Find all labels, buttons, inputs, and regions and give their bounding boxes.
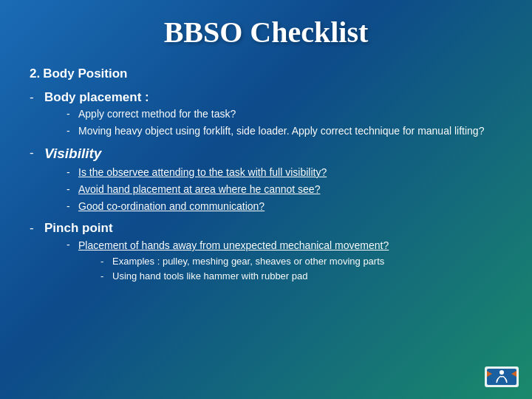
pinch-sub-subitems: - Examples : pulley, meshing gear, sheav…: [100, 254, 389, 284]
vis-sub1-bullet: -: [66, 165, 78, 180]
pinch-subsub-1: - Examples : pulley, meshing gear, sheav…: [100, 254, 389, 269]
vis-sub3-bullet: -: [66, 199, 78, 214]
sub2-text: Moving heavy object using forklift, side…: [78, 123, 484, 139]
section-2-label: Body Position: [43, 64, 127, 83]
pinch-subsub-2: - Using hand tools like hammer with rubb…: [100, 269, 389, 284]
sub2-bullet: -: [66, 123, 78, 139]
psub1-text: Examples : pulley, meshing gear, sheaves…: [112, 254, 384, 269]
body-placement-label: Body placement :: [44, 90, 149, 104]
pinch-point-item: - Pinch point - Placement of hands away …: [30, 219, 502, 287]
slide-content: 2. Body Position - Body placement : - Ap…: [30, 64, 502, 377]
visibility-sub-3: - Good co-ordination and communication?: [66, 199, 327, 214]
vis-sub3-text: Good co-ordination and communication?: [78, 199, 265, 214]
vis-sub2-bullet: -: [66, 182, 78, 197]
logo-area: [483, 361, 520, 390]
visibility-label: Visibility: [44, 146, 101, 161]
visibility-sub-2: - Avoid hand placement at area where he …: [66, 182, 327, 197]
psub1-bullet: -: [100, 254, 112, 269]
psub2-text: Using hand tools like hammer with rubber…: [112, 269, 307, 284]
visibility-content: Visibility - Is the observee attending t…: [44, 143, 327, 217]
body-placement-content: Body placement : - Apply correct method …: [44, 88, 484, 143]
pinch-label: Pinch point: [44, 221, 113, 235]
vis-sub2-text: Avoid hand placement at area where he ca…: [78, 182, 320, 197]
pinch-sub-1: - Placement of hands away from unexpecte…: [66, 237, 389, 284]
body-placement-bullet: -: [30, 88, 44, 143]
pinch-content: Pinch point - Placement of hands away fr…: [44, 219, 389, 287]
pinch-sub1-bullet: -: [66, 237, 78, 284]
visibility-sub-1: - Is the observee attending to the task …: [66, 165, 327, 180]
logo-icon: [483, 361, 520, 390]
section-2-header: 2. Body Position: [30, 64, 502, 86]
slide-title: BBSO Checklist: [30, 15, 502, 50]
body-placement-sub-2: - Moving heavy object using forklift, si…: [66, 123, 484, 139]
body-placement-subitems: - Apply correct method for the task? - M…: [66, 106, 484, 139]
pinch-bullet: -: [30, 219, 44, 287]
svg-point-2: [499, 370, 504, 375]
vis-sub1-text: Is the observee attending to the task wi…: [78, 165, 327, 180]
pinch-sub1-content: Placement of hands away from unexpected …: [78, 237, 389, 284]
visibility-bullet: -: [30, 143, 44, 217]
psub2-bullet: -: [100, 269, 112, 284]
pinch-subitems: - Placement of hands away from unexpecte…: [66, 237, 389, 284]
slide-container: BBSO Checklist 2. Body Position - Body p…: [0, 0, 532, 399]
pinch-sub1-text: Placement of hands away from unexpected …: [78, 239, 389, 251]
section-2-number: 2.: [30, 64, 40, 86]
visibility-item: - Visibility - Is the observee attending…: [30, 143, 502, 217]
body-placement-sub-1: - Apply correct method for the task?: [66, 106, 484, 122]
body-placement-item: - Body placement : - Apply correct metho…: [30, 88, 502, 143]
sub1-bullet: -: [66, 106, 78, 122]
sub1-text: Apply correct method for the task?: [78, 106, 236, 122]
visibility-subitems: - Is the observee attending to the task …: [66, 165, 327, 214]
